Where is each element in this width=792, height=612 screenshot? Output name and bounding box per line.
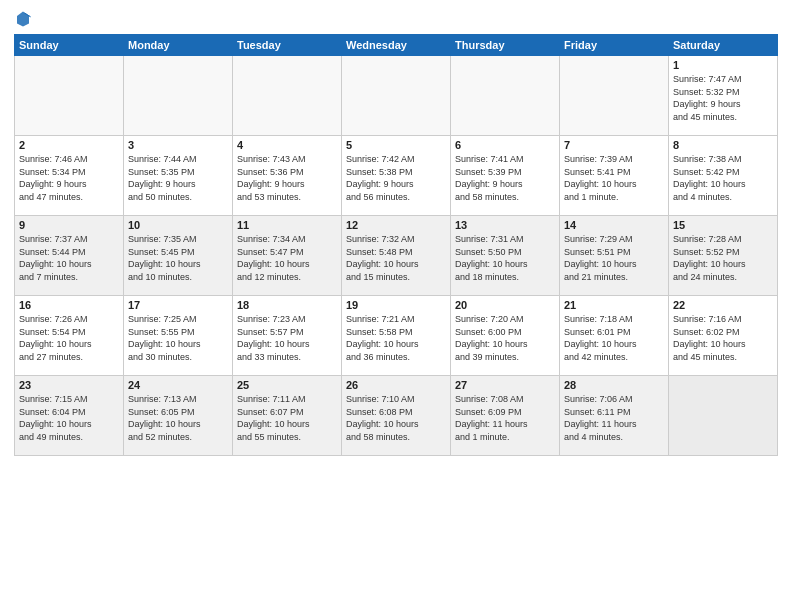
day-info: Sunrise: 7:26 AM Sunset: 5:54 PM Dayligh… xyxy=(19,313,119,363)
day-info: Sunrise: 7:16 AM Sunset: 6:02 PM Dayligh… xyxy=(673,313,773,363)
logo-icon xyxy=(14,10,32,28)
calendar-day: 23Sunrise: 7:15 AM Sunset: 6:04 PM Dayli… xyxy=(15,376,124,456)
day-number: 14 xyxy=(564,219,664,231)
day-number: 10 xyxy=(128,219,228,231)
calendar-week-row: 16Sunrise: 7:26 AM Sunset: 5:54 PM Dayli… xyxy=(15,296,778,376)
calendar-header-wednesday: Wednesday xyxy=(342,35,451,56)
day-number: 26 xyxy=(346,379,446,391)
day-number: 15 xyxy=(673,219,773,231)
calendar-day: 19Sunrise: 7:21 AM Sunset: 5:58 PM Dayli… xyxy=(342,296,451,376)
day-number: 28 xyxy=(564,379,664,391)
day-info: Sunrise: 7:28 AM Sunset: 5:52 PM Dayligh… xyxy=(673,233,773,283)
day-number: 3 xyxy=(128,139,228,151)
calendar-day xyxy=(560,56,669,136)
day-number: 9 xyxy=(19,219,119,231)
calendar-day: 10Sunrise: 7:35 AM Sunset: 5:45 PM Dayli… xyxy=(124,216,233,296)
calendar-week-row: 2Sunrise: 7:46 AM Sunset: 5:34 PM Daylig… xyxy=(15,136,778,216)
day-number: 19 xyxy=(346,299,446,311)
calendar-header-monday: Monday xyxy=(124,35,233,56)
calendar-header-row: SundayMondayTuesdayWednesdayThursdayFrid… xyxy=(15,35,778,56)
day-info: Sunrise: 7:42 AM Sunset: 5:38 PM Dayligh… xyxy=(346,153,446,203)
day-number: 17 xyxy=(128,299,228,311)
day-number: 21 xyxy=(564,299,664,311)
day-info: Sunrise: 7:25 AM Sunset: 5:55 PM Dayligh… xyxy=(128,313,228,363)
day-info: Sunrise: 7:44 AM Sunset: 5:35 PM Dayligh… xyxy=(128,153,228,203)
day-info: Sunrise: 7:47 AM Sunset: 5:32 PM Dayligh… xyxy=(673,73,773,123)
day-info: Sunrise: 7:43 AM Sunset: 5:36 PM Dayligh… xyxy=(237,153,337,203)
day-info: Sunrise: 7:20 AM Sunset: 6:00 PM Dayligh… xyxy=(455,313,555,363)
calendar-day xyxy=(15,56,124,136)
day-info: Sunrise: 7:39 AM Sunset: 5:41 PM Dayligh… xyxy=(564,153,664,203)
page-container: SundayMondayTuesdayWednesdayThursdayFrid… xyxy=(0,0,792,612)
day-number: 24 xyxy=(128,379,228,391)
calendar-week-row: 23Sunrise: 7:15 AM Sunset: 6:04 PM Dayli… xyxy=(15,376,778,456)
day-info: Sunrise: 7:37 AM Sunset: 5:44 PM Dayligh… xyxy=(19,233,119,283)
day-info: Sunrise: 7:10 AM Sunset: 6:08 PM Dayligh… xyxy=(346,393,446,443)
calendar-day: 8Sunrise: 7:38 AM Sunset: 5:42 PM Daylig… xyxy=(669,136,778,216)
day-info: Sunrise: 7:34 AM Sunset: 5:47 PM Dayligh… xyxy=(237,233,337,283)
calendar-header-saturday: Saturday xyxy=(669,35,778,56)
calendar-header-thursday: Thursday xyxy=(451,35,560,56)
calendar-day: 6Sunrise: 7:41 AM Sunset: 5:39 PM Daylig… xyxy=(451,136,560,216)
calendar: SundayMondayTuesdayWednesdayThursdayFrid… xyxy=(14,34,778,456)
calendar-day: 26Sunrise: 7:10 AM Sunset: 6:08 PM Dayli… xyxy=(342,376,451,456)
calendar-day: 24Sunrise: 7:13 AM Sunset: 6:05 PM Dayli… xyxy=(124,376,233,456)
day-number: 4 xyxy=(237,139,337,151)
day-info: Sunrise: 7:23 AM Sunset: 5:57 PM Dayligh… xyxy=(237,313,337,363)
calendar-day: 5Sunrise: 7:42 AM Sunset: 5:38 PM Daylig… xyxy=(342,136,451,216)
day-info: Sunrise: 7:11 AM Sunset: 6:07 PM Dayligh… xyxy=(237,393,337,443)
day-info: Sunrise: 7:18 AM Sunset: 6:01 PM Dayligh… xyxy=(564,313,664,363)
logo xyxy=(14,10,36,28)
day-number: 12 xyxy=(346,219,446,231)
day-number: 18 xyxy=(237,299,337,311)
day-info: Sunrise: 7:32 AM Sunset: 5:48 PM Dayligh… xyxy=(346,233,446,283)
calendar-day xyxy=(669,376,778,456)
day-info: Sunrise: 7:38 AM Sunset: 5:42 PM Dayligh… xyxy=(673,153,773,203)
day-number: 22 xyxy=(673,299,773,311)
calendar-day: 15Sunrise: 7:28 AM Sunset: 5:52 PM Dayli… xyxy=(669,216,778,296)
day-number: 16 xyxy=(19,299,119,311)
calendar-day: 13Sunrise: 7:31 AM Sunset: 5:50 PM Dayli… xyxy=(451,216,560,296)
calendar-day: 21Sunrise: 7:18 AM Sunset: 6:01 PM Dayli… xyxy=(560,296,669,376)
calendar-day: 9Sunrise: 7:37 AM Sunset: 5:44 PM Daylig… xyxy=(15,216,124,296)
calendar-day: 2Sunrise: 7:46 AM Sunset: 5:34 PM Daylig… xyxy=(15,136,124,216)
calendar-day: 25Sunrise: 7:11 AM Sunset: 6:07 PM Dayli… xyxy=(233,376,342,456)
calendar-day xyxy=(233,56,342,136)
day-number: 20 xyxy=(455,299,555,311)
day-number: 23 xyxy=(19,379,119,391)
calendar-week-row: 1Sunrise: 7:47 AM Sunset: 5:32 PM Daylig… xyxy=(15,56,778,136)
calendar-header-friday: Friday xyxy=(560,35,669,56)
calendar-header-tuesday: Tuesday xyxy=(233,35,342,56)
svg-marker-0 xyxy=(17,12,29,27)
calendar-day: 27Sunrise: 7:08 AM Sunset: 6:09 PM Dayli… xyxy=(451,376,560,456)
calendar-day xyxy=(342,56,451,136)
day-info: Sunrise: 7:06 AM Sunset: 6:11 PM Dayligh… xyxy=(564,393,664,443)
calendar-day: 12Sunrise: 7:32 AM Sunset: 5:48 PM Dayli… xyxy=(342,216,451,296)
calendar-day: 1Sunrise: 7:47 AM Sunset: 5:32 PM Daylig… xyxy=(669,56,778,136)
day-info: Sunrise: 7:31 AM Sunset: 5:50 PM Dayligh… xyxy=(455,233,555,283)
calendar-day: 4Sunrise: 7:43 AM Sunset: 5:36 PM Daylig… xyxy=(233,136,342,216)
calendar-day: 22Sunrise: 7:16 AM Sunset: 6:02 PM Dayli… xyxy=(669,296,778,376)
calendar-day xyxy=(124,56,233,136)
day-info: Sunrise: 7:35 AM Sunset: 5:45 PM Dayligh… xyxy=(128,233,228,283)
calendar-day: 18Sunrise: 7:23 AM Sunset: 5:57 PM Dayli… xyxy=(233,296,342,376)
day-info: Sunrise: 7:15 AM Sunset: 6:04 PM Dayligh… xyxy=(19,393,119,443)
day-number: 1 xyxy=(673,59,773,71)
day-info: Sunrise: 7:21 AM Sunset: 5:58 PM Dayligh… xyxy=(346,313,446,363)
calendar-week-row: 9Sunrise: 7:37 AM Sunset: 5:44 PM Daylig… xyxy=(15,216,778,296)
day-info: Sunrise: 7:46 AM Sunset: 5:34 PM Dayligh… xyxy=(19,153,119,203)
day-number: 8 xyxy=(673,139,773,151)
calendar-day: 11Sunrise: 7:34 AM Sunset: 5:47 PM Dayli… xyxy=(233,216,342,296)
calendar-header-sunday: Sunday xyxy=(15,35,124,56)
header xyxy=(14,10,778,28)
calendar-day: 28Sunrise: 7:06 AM Sunset: 6:11 PM Dayli… xyxy=(560,376,669,456)
day-number: 13 xyxy=(455,219,555,231)
calendar-day xyxy=(451,56,560,136)
calendar-day: 16Sunrise: 7:26 AM Sunset: 5:54 PM Dayli… xyxy=(15,296,124,376)
day-info: Sunrise: 7:13 AM Sunset: 6:05 PM Dayligh… xyxy=(128,393,228,443)
day-info: Sunrise: 7:29 AM Sunset: 5:51 PM Dayligh… xyxy=(564,233,664,283)
day-number: 5 xyxy=(346,139,446,151)
day-number: 27 xyxy=(455,379,555,391)
day-info: Sunrise: 7:41 AM Sunset: 5:39 PM Dayligh… xyxy=(455,153,555,203)
day-number: 6 xyxy=(455,139,555,151)
